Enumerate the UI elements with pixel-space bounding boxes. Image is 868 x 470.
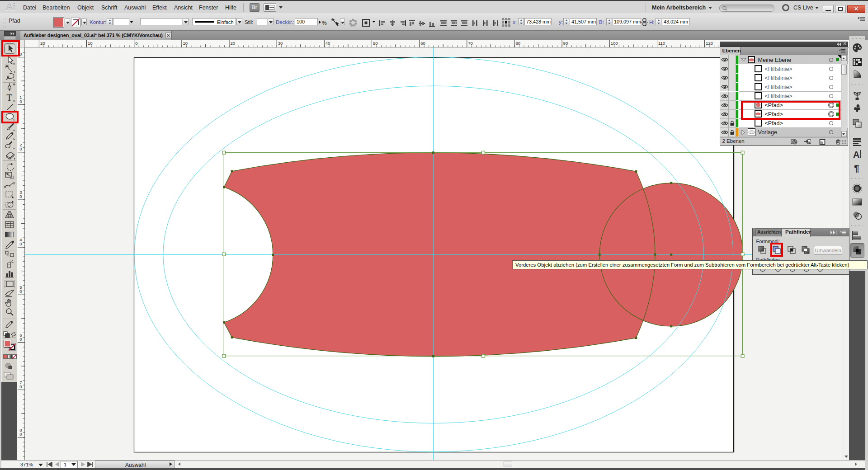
svg-text:0: 0 bbox=[19, 99, 22, 104]
svg-text:0: 0 bbox=[19, 384, 22, 389]
svg-text:0: 0 bbox=[19, 194, 22, 199]
svg-text:A: A bbox=[853, 150, 859, 160]
svg-text:100: 100 bbox=[611, 41, 618, 46]
svg-text:10: 10 bbox=[88, 41, 93, 46]
svg-text:T: T bbox=[7, 93, 12, 103]
svg-text:70: 70 bbox=[468, 41, 473, 46]
svg-text:0: 0 bbox=[135, 41, 137, 46]
svg-text:20: 20 bbox=[40, 41, 45, 46]
svg-text:0: 0 bbox=[19, 337, 22, 342]
svg-text:¶: ¶ bbox=[854, 163, 859, 173]
svg-text:0: 0 bbox=[19, 146, 22, 151]
svg-text:20: 20 bbox=[231, 41, 236, 46]
svg-text:60: 60 bbox=[420, 41, 425, 46]
svg-text:30: 30 bbox=[278, 41, 283, 46]
svg-text:120: 120 bbox=[706, 41, 713, 46]
svg-text:90: 90 bbox=[563, 41, 568, 46]
svg-text:110: 110 bbox=[658, 41, 665, 46]
svg-text:40: 40 bbox=[326, 41, 330, 46]
svg-text:0: 0 bbox=[19, 432, 22, 437]
svg-text:50: 50 bbox=[373, 41, 378, 46]
svg-text:0: 0 bbox=[19, 241, 22, 246]
svg-text:10: 10 bbox=[183, 41, 188, 46]
svg-text:0: 0 bbox=[19, 289, 22, 294]
svg-text:80: 80 bbox=[516, 41, 521, 46]
